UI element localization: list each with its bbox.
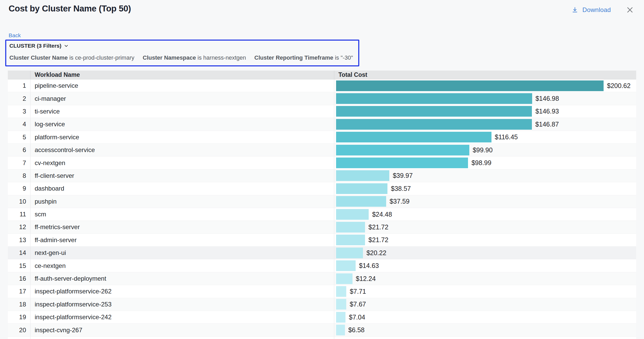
row-rank: 1 [8, 79, 31, 92]
table-row[interactable]: 5platform-service$116.45 [8, 131, 636, 144]
cost-value: $99.90 [473, 146, 493, 154]
table-row[interactable]: 14next-gen-ui$20.22 [8, 247, 636, 259]
cost-value: $21.72 [368, 223, 388, 231]
row-rank: 3 [8, 105, 31, 118]
cost-bar [336, 170, 389, 181]
workload-name: pushpin [31, 195, 334, 208]
cost-value: $146.93 [535, 108, 559, 115]
table-body: 1pipeline-service$200.622ci-manager$146.… [8, 79, 636, 339]
row-rank: 11 [8, 208, 31, 221]
close-button[interactable] [626, 6, 634, 14]
total-cost-cell: $7.67 [334, 298, 636, 311]
workload-name: inspect-platformservice-262 [31, 285, 334, 298]
back-link[interactable]: Back [9, 32, 21, 39]
workload-name: ci-manager [31, 92, 334, 105]
table-row[interactable]: 9dashboard$38.57 [8, 182, 636, 195]
filter-item: Cluster Cluster Name is ce-prod-cluster-… [9, 54, 134, 61]
table-row[interactable]: 8ff-client-server$39.97 [8, 170, 636, 182]
cost-bar [336, 312, 345, 323]
cost-bar [336, 158, 468, 168]
download-icon [572, 6, 578, 14]
row-rank: 6 [8, 144, 31, 156]
cost-value: $21.72 [368, 236, 388, 244]
total-cost-cell: $146.98 [334, 92, 636, 105]
table-header-row: Workload Name Total Cost [8, 71, 636, 79]
row-rank: 16 [8, 272, 31, 285]
total-cost-cell: $12.24 [334, 272, 636, 285]
table-row[interactable]: 4log-service$146.87 [8, 118, 636, 131]
header-actions: Download [572, 6, 634, 14]
cost-bar [336, 325, 345, 335]
cost-bar [336, 273, 353, 284]
total-cost-cell: $39.97 [334, 170, 636, 182]
table-row[interactable]: 10pushpin$37.59 [8, 195, 636, 208]
cost-value: $20.22 [366, 249, 386, 257]
workload-name: cv-nextgen [31, 156, 334, 169]
cost-bar [336, 235, 365, 245]
table-row[interactable]: 2ci-manager$146.98 [8, 92, 636, 105]
total-cost-cell: $116.45 [334, 131, 636, 143]
cost-value: $200.62 [607, 82, 630, 90]
workload-name: log-service [31, 118, 334, 130]
table-row[interactable]: 18inspect-platformservice-253$7.67 [8, 298, 636, 311]
workload-name: dashboard [31, 182, 334, 195]
table-row[interactable]: 1pipeline-service$200.62 [8, 79, 636, 92]
table-row[interactable]: 11scm$24.48 [8, 208, 636, 221]
total-cost-cell: $200.62 [334, 79, 636, 92]
filter-field: Cluster Reporting Timeframe [254, 54, 333, 61]
workload-name: platform-service [31, 131, 334, 143]
table-row[interactable]: 16ff-auth-server-deployment$12.24 [8, 272, 636, 285]
cost-bar [336, 260, 356, 271]
row-rank: 4 [8, 118, 31, 130]
row-rank: 2 [8, 92, 31, 105]
cost-bar [336, 106, 532, 117]
table-row[interactable]: 15ce-nextgen$14.63 [8, 259, 636, 272]
row-rank: 8 [8, 170, 31, 182]
filter-items: Cluster Cluster Name is ce-prod-cluster-… [9, 54, 355, 61]
table-row[interactable]: 3ti-service$146.93 [8, 105, 636, 118]
total-cost-cell: $14.63 [334, 259, 636, 272]
workload-name: ti-service [31, 105, 334, 118]
total-cost-cell: $146.93 [334, 105, 636, 118]
rank-column-header [8, 71, 31, 79]
table-row[interactable]: 7cv-nextgen$98.99 [8, 156, 636, 169]
cost-value: $38.57 [391, 185, 411, 192]
cost-value: $7.67 [350, 300, 366, 308]
workload-name: next-gen-ui [31, 247, 334, 259]
row-rank: 17 [8, 285, 31, 298]
filter-group-label: CLUSTER (3 Filters) [9, 43, 62, 49]
table-row[interactable]: 20inspect-cvng-267$6.58 [8, 324, 636, 336]
table-row[interactable]: 12ff-metrics-server$21.72 [8, 221, 636, 234]
workload-name: ff-admin-server [31, 234, 334, 246]
filter-group-toggle[interactable]: CLUSTER (3 Filters) [9, 43, 355, 49]
cost-table: Workload Name Total Cost 1pipeline-servi… [8, 71, 636, 339]
row-rank: 7 [8, 156, 31, 169]
total-cost-cell: $146.87 [334, 118, 636, 130]
workload-name: inspect-cvng-267 [31, 324, 334, 336]
row-rank: 9 [8, 182, 31, 195]
table-row[interactable]: 13ff-admin-server$21.72 [8, 234, 636, 247]
workload-name: inspect-platformservice-242 [31, 311, 334, 323]
row-rank: 10 [8, 195, 31, 208]
filter-condition: is "-30" [335, 54, 353, 61]
row-rank: 18 [8, 298, 31, 311]
download-button[interactable]: Download [572, 6, 611, 14]
workload-name: ce-nextgen [31, 259, 334, 272]
filter-item: Cluster Reporting Timeframe is "-30" [254, 54, 353, 61]
cost-value: $146.87 [535, 121, 559, 128]
filter-condition: is harness-nextgen [198, 54, 246, 61]
table-row-partial [8, 337, 636, 339]
cost-value: $39.97 [393, 172, 412, 179]
cost-value: $37.59 [390, 198, 409, 205]
page-title: Cost by Cluster Name (Top 50) [9, 4, 131, 14]
total-cost-cell: $21.72 [334, 234, 636, 246]
total-cost-column-header: Total Cost [334, 71, 636, 79]
total-cost-cell: $7.04 [334, 311, 636, 323]
cost-bar [336, 286, 346, 297]
cost-bar [336, 145, 469, 155]
table-row[interactable]: 19inspect-platformservice-242$7.04 [8, 311, 636, 324]
table-row[interactable]: 17inspect-platformservice-262$7.71 [8, 285, 636, 298]
table-row[interactable]: 6accesscontrol-service$99.90 [8, 144, 636, 156]
cost-bar [336, 183, 387, 194]
cost-bar [336, 248, 363, 258]
